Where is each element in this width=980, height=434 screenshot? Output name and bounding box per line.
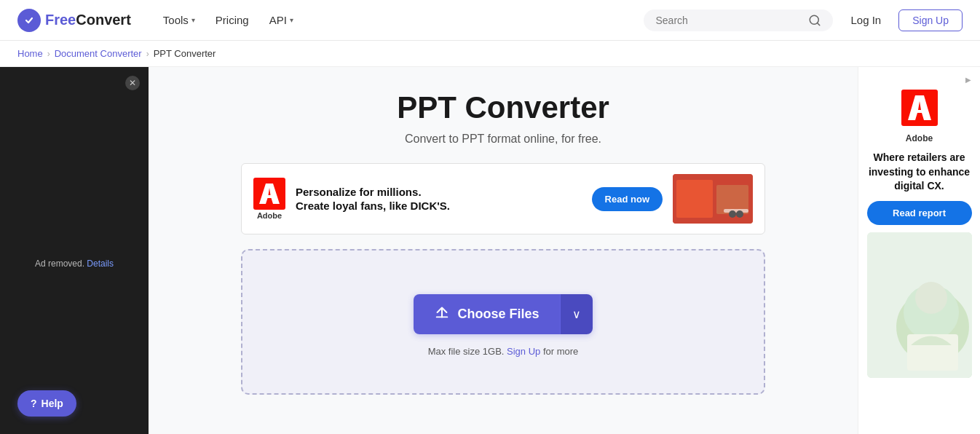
ad-banner-image: [673, 174, 753, 224]
ad-text: Personalize for millions. Create loyal f…: [296, 185, 582, 213]
svg-rect-5: [676, 180, 713, 218]
page-subtitle: Convert to PPT format online, for free.: [405, 133, 601, 146]
svg-point-0: [23, 14, 36, 27]
adobe-logo-icon: [253, 178, 285, 210]
search-input[interactable]: [655, 15, 802, 26]
file-dropzone[interactable]: Choose Files ∨ Max file size 1GB. Sign U…: [241, 249, 765, 395]
auth-buttons: Log In Sign Up: [842, 9, 963, 31]
right-ad-cta-button[interactable]: Read report: [867, 201, 972, 225]
right-ad-headline: Where retailers are investing to enhance…: [867, 151, 972, 194]
adobe-logo: Adobe: [253, 178, 285, 220]
breadcrumb-document-converter[interactable]: Document Converter: [55, 48, 142, 59]
right-ad-content: Adobe Where retailers are investing to e…: [867, 90, 972, 378]
svg-point-16: [915, 282, 947, 314]
left-sidebar-ad: ✕ Ad removed. Details: [0, 67, 149, 434]
upload-icon: [434, 304, 450, 324]
svg-rect-11: [901, 90, 938, 126]
dropzone-hint: Max file size 1GB. Sign Up for more: [428, 346, 579, 357]
search-area: Log In Sign Up: [644, 9, 963, 31]
choose-files-dropdown-button[interactable]: ∨: [560, 294, 593, 334]
sign-up-link[interactable]: Sign Up: [507, 346, 540, 357]
search-box: [644, 9, 833, 31]
ad-removed-label: Ad removed. Details: [29, 253, 119, 275]
svg-rect-3: [253, 178, 285, 210]
breadcrumb: Home › Document Converter › PPT Converte…: [0, 41, 980, 67]
signup-button[interactable]: Sign Up: [898, 9, 963, 31]
close-icon[interactable]: ✕: [125, 76, 140, 90]
center-content: PPT Converter Convert to PPT format onli…: [149, 67, 858, 434]
page-title: PPT Converter: [397, 90, 609, 125]
svg-rect-10: [436, 317, 448, 318]
main-layout: ✕ Ad removed. Details PPT Converter Conv…: [0, 67, 980, 434]
right-ad-adobe-label: Adobe: [906, 133, 933, 143]
ad-marker: ▶: [965, 76, 971, 84]
details-link[interactable]: Details: [87, 259, 114, 269]
question-icon: ?: [31, 398, 37, 409]
ad-headline: Personalize for millions. Create loyal f…: [296, 185, 582, 213]
logo-icon: [17, 9, 41, 32]
svg-line-2: [818, 23, 820, 25]
right-sidebar-ad: ▶ Adobe Where retailers are investing to…: [858, 67, 980, 434]
svg-point-8: [729, 210, 736, 218]
right-ad-adobe-logo-icon: [901, 90, 938, 126]
breadcrumb-home[interactable]: Home: [17, 48, 43, 59]
breadcrumb-current: PPT Converter: [154, 48, 216, 59]
ad-banner: Adobe Personalize for millions. Create l…: [241, 163, 765, 234]
choose-files-button[interactable]: Choose Files: [414, 294, 559, 334]
help-button[interactable]: ? Help: [17, 390, 76, 417]
nav-tools[interactable]: Tools ▾: [154, 8, 204, 32]
breadcrumb-separator: ›: [47, 49, 50, 59]
chevron-down-icon: ▾: [290, 16, 293, 24]
nav-pricing[interactable]: Pricing: [207, 8, 258, 32]
svg-point-9: [736, 210, 743, 218]
adobe-label: Adobe: [257, 211, 282, 220]
chevron-down-icon: ∨: [572, 307, 581, 321]
logo-text: FreeConvert: [45, 12, 131, 28]
search-icon: [808, 14, 821, 27]
choose-files-button-group: Choose Files ∨: [414, 294, 592, 334]
nav-api[interactable]: API ▾: [261, 8, 302, 32]
chevron-down-icon: ▾: [191, 16, 195, 24]
right-ad-image: [867, 232, 972, 378]
nav: Tools ▾ Pricing API ▾: [154, 8, 302, 32]
logo[interactable]: FreeConvert: [17, 9, 131, 32]
search-icon-button[interactable]: [808, 14, 821, 27]
login-button[interactable]: Log In: [842, 9, 890, 31]
ad-read-now-button[interactable]: Read now: [592, 187, 663, 211]
breadcrumb-separator: ›: [146, 49, 149, 59]
header: FreeConvert Tools ▾ Pricing API ▾ Log In…: [0, 0, 980, 41]
svg-rect-7: [724, 209, 748, 213]
